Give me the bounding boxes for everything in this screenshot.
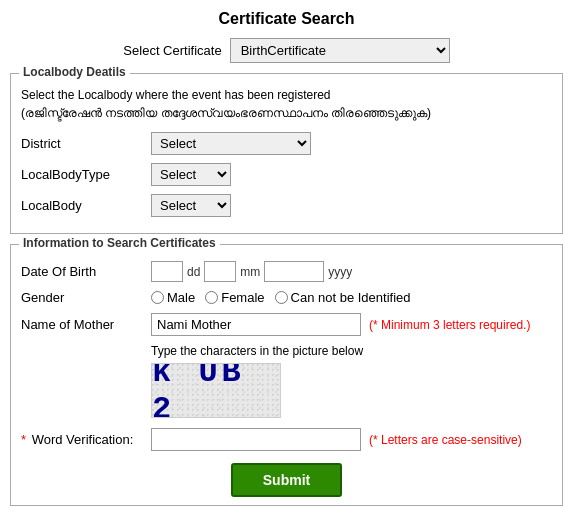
name-of-mother-row: Name of Mother (* Minimum 3 letters requ… [21,313,552,336]
name-of-mother-note: (* Minimum 3 letters required.) [369,318,530,332]
word-verification-row: * Word Verification: (* Letters are case… [21,428,552,451]
select-certificate-label: Select Certificate [123,43,221,58]
gender-unidentified-radio[interactable] [275,291,288,304]
localbody-section: Localbody Deatils Select the Localbody w… [10,73,563,234]
dd-label: dd [187,265,200,279]
certificate-type-select[interactable]: BirthCertificate DeathCertificate Marria… [230,38,450,63]
word-verification-label: * Word Verification: [21,432,151,447]
localbody-legend: Localbody Deatils [19,65,130,79]
localbody-row: LocalBody Select [21,194,552,217]
localbody-label: LocalBody [21,198,151,213]
localbody-description: Select the Localbody where the event has… [21,86,552,122]
gender-female-option[interactable]: Female [205,290,264,305]
required-star: * [21,432,26,447]
dob-yyyy-input[interactable] [264,261,324,282]
name-of-mother-label: Name of Mother [21,317,151,332]
page-title: Certificate Search [10,10,563,28]
name-of-mother-input[interactable] [151,313,361,336]
district-label: District [21,136,151,151]
gender-unidentified-option[interactable]: Can not be Identified [275,290,411,305]
localbodytype-select[interactable]: Select [151,163,231,186]
search-legend: Information to Search Certificates [19,236,220,250]
gender-row: Gender Male Female Can not be Identified [21,290,552,305]
captcha-description: Type the characters in the picture below [151,344,552,358]
gender-female-radio[interactable] [205,291,218,304]
dob-mm-input[interactable] [204,261,236,282]
yyyy-label: yyyy [328,265,352,279]
captcha-text: k UB 2 [152,363,280,418]
gender-male-radio[interactable] [151,291,164,304]
district-select[interactable]: Select [151,132,311,155]
district-row: District Select [21,132,552,155]
submit-row: Submit [21,463,552,497]
gender-male-option[interactable]: Male [151,290,195,305]
captcha-image: k UB 2 [151,363,281,418]
gender-male-label: Male [167,290,195,305]
gender-female-label: Female [221,290,264,305]
dob-inputs: dd mm yyyy [151,261,354,282]
submit-button[interactable]: Submit [231,463,342,497]
gender-label: Gender [21,290,151,305]
dob-label: Date Of Birth [21,264,151,279]
gender-unidentified-label: Can not be Identified [291,290,411,305]
localbodytype-label: LocalBodyType [21,167,151,182]
search-section: Information to Search Certificates Date … [10,244,563,506]
case-sensitivity-note: (* Letters are case-sensitive) [369,433,522,447]
localbody-select[interactable]: Select [151,194,231,217]
gender-options: Male Female Can not be Identified [151,290,411,305]
mm-label: mm [240,265,260,279]
dob-row: Date Of Birth dd mm yyyy [21,261,552,282]
word-verification-input[interactable] [151,428,361,451]
localbodytype-row: LocalBodyType Select [21,163,552,186]
dob-dd-input[interactable] [151,261,183,282]
